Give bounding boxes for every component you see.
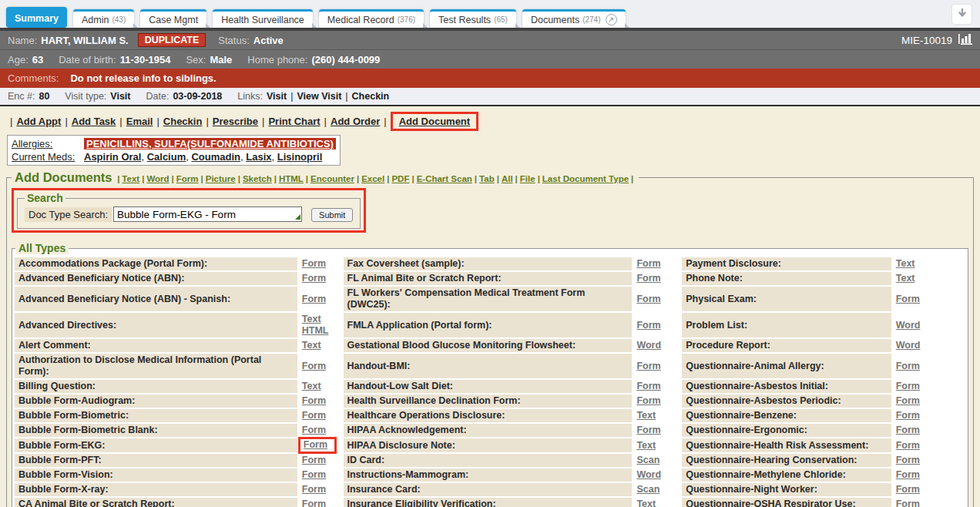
action-prescribe[interactable]: Prescribe: [213, 116, 258, 127]
fmla-application-portal-form-form-link[interactable]: Form: [636, 320, 660, 331]
questionnaire-asbestos-periodic-form-link[interactable]: Form: [896, 395, 920, 406]
questionnaire-health-risk-assessment-form-link[interactable]: Form: [896, 440, 920, 451]
encounter-link-view-visit[interactable]: View Visit: [297, 91, 341, 102]
action-add-document[interactable]: Add Document: [399, 116, 470, 127]
tab-admin[interactable]: Admin(43): [73, 9, 134, 28]
doc-type-link-tab[interactable]: Tab: [479, 174, 495, 183]
doc-type-link-e-chart-scan[interactable]: E-Chart Scan: [417, 174, 472, 183]
med-link-coumadin[interactable]: Coumadin: [191, 151, 240, 163]
current-meds-link[interactable]: Current Meds:: [12, 151, 75, 163]
comments-label: Comments:: [8, 72, 59, 84]
chart-icon[interactable]: [958, 33, 972, 47]
allergy-value-link[interactable]: PENICILLINS, SULFA(SULFONAMIDE ANTIBIOTI…: [84, 138, 336, 149]
fl-workers-compensation-medical-treatment-form-dwc25-form-link[interactable]: Form: [636, 294, 660, 304]
gestational-blood-glucose-monitoring-flowsheet-word-link[interactable]: Word: [636, 340, 661, 351]
questionnaire-methylene-chloride-form-link[interactable]: Form: [896, 469, 920, 480]
advanced-beneficiary-notice-abn-spanish-form-link[interactable]: Form: [302, 294, 326, 304]
action-print-chart[interactable]: Print Chart: [268, 116, 320, 127]
questionnaire-animal-allergy-form-link[interactable]: Form: [896, 361, 920, 371]
allergies-link[interactable]: Allergies:: [12, 138, 52, 149]
physical-exam-form-link[interactable]: Form: [896, 294, 920, 304]
doc-type-link-cell: Text: [892, 257, 965, 270]
health-surveillance-declination-form-form-link[interactable]: Form: [636, 395, 660, 406]
doc-type-label: HIPAA Acknowledgement:: [344, 424, 633, 437]
action-add-appt[interactable]: Add Appt: [16, 116, 61, 127]
encounter-link-checkin[interactable]: Checkin: [352, 91, 390, 102]
questionnaire-benzene-form-link[interactable]: Form: [896, 410, 920, 421]
insurance-card-scan-link[interactable]: Scan: [636, 484, 659, 495]
doc-type-link-form[interactable]: Form: [176, 174, 199, 183]
action-add-task[interactable]: Add Task: [72, 116, 116, 127]
separator: |: [119, 116, 122, 127]
questionnaire-osha-respirator-use-form-link[interactable]: Form: [896, 499, 920, 507]
doc-type-link-cell: Form: [892, 395, 965, 408]
questionnaire-night-worker-form-link[interactable]: Form: [896, 484, 920, 495]
tab-medical-record[interactable]: Medical Record(376): [319, 9, 424, 28]
handout-low-salt-diet-form-link[interactable]: Form: [636, 381, 660, 391]
med-link-aspirin-oral[interactable]: Aspirin Oral: [84, 151, 141, 163]
tab-case-mgmt[interactable]: Case Mgmt: [140, 9, 206, 28]
advanced-directives-html-link[interactable]: HTML: [302, 325, 329, 336]
healthcare-operations-disclosure-text-link[interactable]: Text: [636, 410, 656, 421]
bubble-form-ekg-form-link[interactable]: Form: [304, 439, 327, 450]
questionnaire-ergonomic-form-link[interactable]: Form: [896, 425, 920, 435]
accommodations-package-portal-form-form-link[interactable]: Form: [302, 258, 326, 269]
submit-button[interactable]: Submit: [311, 208, 353, 222]
separator: |: [345, 91, 347, 102]
bubble-form-vision-form-link[interactable]: Form: [302, 469, 326, 480]
tab-test-results[interactable]: Test Results(65): [430, 9, 516, 28]
doc-type-link-last-document-type[interactable]: Last Document Type: [542, 174, 629, 183]
ca-animal-bite-or-scratch-report-form-link[interactable]: Form: [302, 499, 326, 507]
med-link-lasix[interactable]: Lasix: [246, 151, 271, 163]
handout-bmi-form-link[interactable]: Form: [636, 361, 660, 371]
doc-type-link-file[interactable]: File: [520, 174, 535, 183]
doc-type-link-encounter[interactable]: Encounter: [310, 174, 354, 183]
bubble-form-x-ray-form-link[interactable]: Form: [302, 484, 326, 495]
action-checkin[interactable]: Checkin: [163, 116, 203, 127]
instructions-mammogram-word-link[interactable]: Word: [636, 469, 661, 480]
doc-type-search-input[interactable]: [113, 206, 302, 222]
tab-summary[interactable]: Summary: [6, 7, 67, 28]
id-card-scan-link[interactable]: Scan: [636, 455, 659, 465]
advanced-beneficiary-notice-abn-form-link[interactable]: Form: [302, 273, 326, 284]
questionnaire-asbestos-initial-form-link[interactable]: Form: [896, 381, 920, 391]
doc-type-link-all[interactable]: All: [502, 174, 513, 183]
bubble-form-pft-form-link[interactable]: Form: [302, 455, 326, 465]
bubble-form-audiogram-form-link[interactable]: Form: [302, 395, 326, 406]
doc-type-link-cell: Text: [892, 272, 965, 285]
bubble-form-biometric-blank-form-link[interactable]: Form: [302, 425, 326, 435]
med-link-lisinopril[interactable]: Lisinopril: [277, 151, 323, 163]
phone-note-text-link[interactable]: Text: [896, 273, 915, 284]
doc-type-link-word[interactable]: Word: [146, 174, 169, 183]
doc-type-link-excel[interactable]: Excel: [361, 174, 384, 183]
doc-type-link-sketch[interactable]: Sketch: [243, 174, 272, 183]
bubble-form-biometric-form-link[interactable]: Form: [302, 410, 326, 421]
doc-type-link-picture[interactable]: Picture: [206, 174, 236, 183]
problem-list-word-link[interactable]: Word: [896, 320, 921, 331]
med-link-calcium[interactable]: Calcium: [147, 151, 186, 163]
fl-animal-bite-or-scratch-report-form-link[interactable]: Form: [636, 273, 660, 284]
collapse-header-button[interactable]: [951, 4, 972, 25]
tab-documents[interactable]: Documents(274)↗: [522, 9, 626, 28]
authorization-to-disclose-medical-information-portal-form-form-link[interactable]: Form: [302, 361, 326, 371]
doc-type-link-text[interactable]: Text: [122, 174, 139, 183]
action-email[interactable]: Email: [126, 116, 153, 127]
doc-type-label: Advanced Directives:: [15, 313, 297, 337]
doc-type-link-html[interactable]: HTML: [279, 174, 304, 183]
billing-question-text-link[interactable]: Text: [302, 381, 321, 391]
action-add-order[interactable]: Add Order: [331, 116, 380, 127]
patient-status: Active: [253, 35, 284, 46]
insurance-eligibility-verification-text-link[interactable]: Text: [636, 499, 656, 507]
payment-disclosure-text-link[interactable]: Text: [896, 258, 915, 269]
advanced-directives-text-link[interactable]: Text: [302, 314, 321, 324]
hipaa-disclosure-note-text-link[interactable]: Text: [636, 440, 656, 451]
doc-type-link-pdf[interactable]: PDF: [391, 174, 409, 183]
alert-comment-text-link[interactable]: Text: [302, 340, 321, 351]
hipaa-acknowledgement-form-link[interactable]: Form: [636, 425, 660, 435]
doc-type-label: Handout-BMI:: [344, 354, 633, 378]
tab-health-surveillance[interactable]: Health Surveillance: [213, 9, 313, 28]
procedure-report-word-link[interactable]: Word: [896, 340, 921, 351]
encounter-link-visit[interactable]: Visit: [267, 91, 287, 102]
questionnaire-hearing-conservation-form-link[interactable]: Form: [896, 455, 920, 465]
fax-coversheet-sample-form-link[interactable]: Form: [636, 258, 660, 269]
